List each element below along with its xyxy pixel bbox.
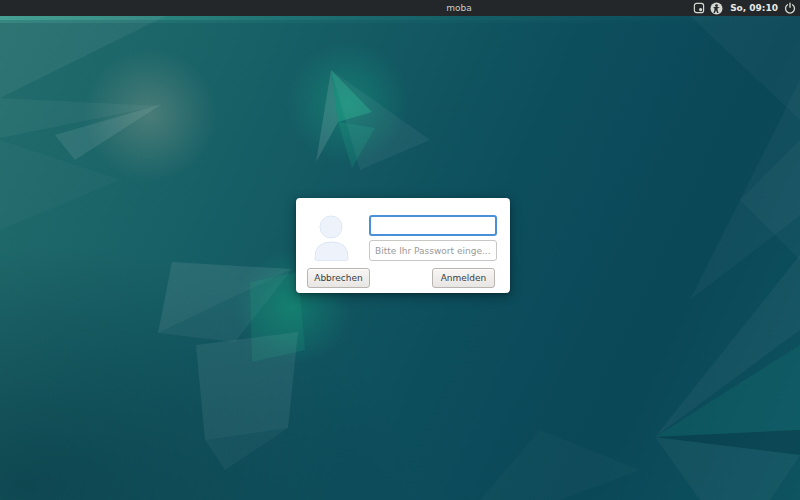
clock-label: So, 09:10: [730, 0, 778, 16]
accessibility-icon[interactable]: [710, 2, 723, 15]
hostname-label: moba: [446, 0, 472, 16]
login-dialog: Abbrechen Anmelden: [296, 198, 510, 293]
cancel-button[interactable]: Abbrechen: [307, 268, 370, 288]
power-icon[interactable]: [783, 2, 796, 15]
user-avatar-icon: [312, 214, 352, 261]
top-panel: moba So, 09:10: [0, 0, 800, 16]
password-input[interactable]: [369, 240, 497, 261]
login-button[interactable]: Anmelden: [432, 268, 495, 288]
username-input[interactable]: [369, 215, 497, 236]
session-badge-icon[interactable]: [692, 2, 705, 15]
panel-tray: So, 09:10: [692, 0, 800, 16]
